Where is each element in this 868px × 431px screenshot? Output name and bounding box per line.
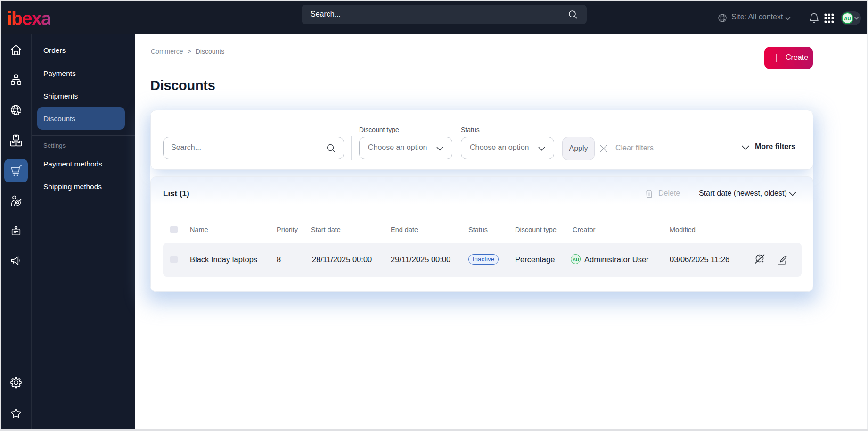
svg-text:AU: AU (844, 16, 851, 21)
svg-text:AU: AU (573, 257, 579, 262)
